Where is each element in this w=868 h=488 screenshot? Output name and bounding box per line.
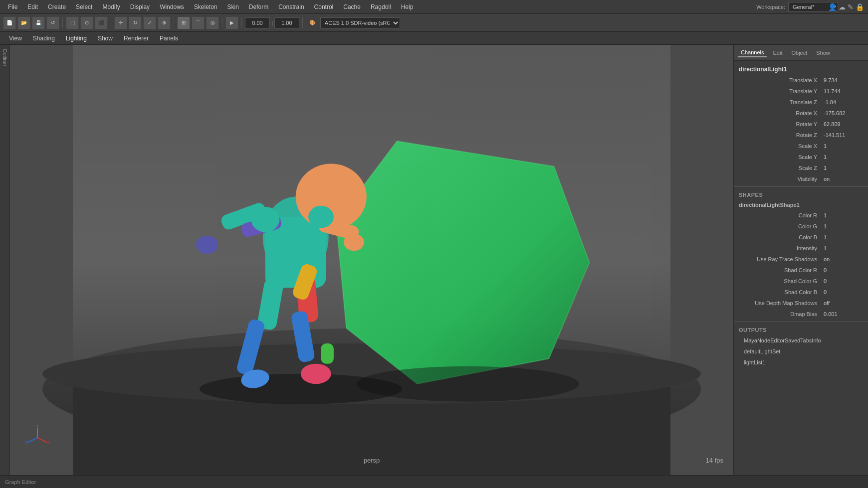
lighting-menu-btn[interactable]: Lighting — [61, 33, 92, 43]
renderer-menu-btn[interactable]: Renderer — [119, 33, 154, 43]
transform-row-7[interactable]: Scale Y 1 — [734, 152, 868, 163]
output-row-2[interactable]: lightList1 — [734, 357, 868, 368]
graph-editor-label[interactable]: Graph Editor — [5, 479, 36, 485]
render-btn[interactable]: ▶ — [225, 16, 238, 29]
rotate-z-value: -141.511 — [821, 132, 866, 138]
constrain-menu[interactable]: Constrain — [274, 2, 308, 12]
modify-menu[interactable]: Modify — [98, 2, 124, 12]
transform-row-0[interactable]: Translate X 9.734 — [734, 75, 868, 86]
shape-row-2[interactable]: Color B 1 — [734, 232, 868, 243]
svg-point-19 — [196, 236, 218, 254]
transform-row-6[interactable]: Scale X 1 — [734, 141, 868, 152]
display-menu[interactable]: Display — [126, 2, 154, 12]
shape-row-8[interactable]: Use Depth Map Shadows off — [734, 298, 868, 309]
use-depth-map-label: Use Depth Map Shadows — [736, 300, 821, 306]
shape-row-9[interactable]: Dmap Bias 0.001 — [734, 309, 868, 320]
transform-row-4[interactable]: Rotate Y 62.809 — [734, 119, 868, 130]
shad-color-g-value: 0 — [821, 278, 866, 284]
file-menu[interactable]: File — [4, 2, 21, 12]
shape-row-7[interactable]: Shad Color B 0 — [734, 287, 868, 298]
snap-point-btn[interactable]: ◎ — [206, 16, 219, 29]
shape-node-name: directionalLightShape1 — [734, 200, 868, 210]
rotate-x-value: -175.682 — [821, 110, 866, 116]
svg-marker-5 — [336, 141, 590, 384]
scale-z-value: 1 — [821, 165, 866, 171]
view-menu-btn[interactable]: View — [4, 33, 27, 43]
open-btn[interactable]: 📂 — [17, 16, 30, 29]
windows-menu[interactable]: Windows — [156, 2, 188, 12]
svg-text:X: X — [48, 440, 50, 445]
snap-grid-btn[interactable]: ⊞ — [177, 16, 190, 29]
object-tab[interactable]: Object — [788, 49, 810, 57]
show-tab[interactable]: Show — [813, 49, 833, 57]
transform-row-3[interactable]: Rotate X -175.682 — [734, 108, 868, 119]
ragdoll-menu[interactable]: Ragdoll — [367, 2, 395, 12]
value2-input[interactable] — [274, 17, 299, 28]
color-r-label: Color R — [736, 212, 821, 218]
new-scene-btn[interactable]: 📄 — [3, 16, 16, 29]
shape-row-1[interactable]: Color G 1 — [734, 221, 868, 232]
outputs-section-title: OUTPUTS — [734, 324, 868, 335]
select-menu[interactable]: Select — [72, 2, 96, 12]
deform-menu[interactable]: Deform — [245, 2, 272, 12]
shad-color-g-label: Shad Color G — [736, 278, 821, 284]
dmap-bias-value: 0.001 — [821, 311, 866, 317]
settings-icon[interactable]: ✎ — [848, 3, 854, 11]
skeleton-menu[interactable]: Skeleton — [190, 2, 221, 12]
transform-row-5[interactable]: Rotate Z -141.511 — [734, 130, 868, 141]
output-0-label: MayaNodeEditorSavedTabsInfo — [736, 337, 866, 343]
shad-color-b-label: Shad Color B — [736, 289, 821, 295]
output-row-0[interactable]: MayaNodeEditorSavedTabsInfo — [734, 335, 868, 346]
shad-color-r-value: 0 — [821, 267, 866, 273]
snap-curve-btn[interactable]: ⌒ — [192, 16, 205, 29]
cloud-icon[interactable]: ☁ — [839, 3, 846, 11]
shad-color-b-value: 0 — [821, 289, 866, 295]
cache-menu[interactable]: Cache — [339, 2, 365, 12]
channels-tab[interactable]: Channels — [738, 48, 767, 57]
select-tool-btn[interactable]: ⬚ — [66, 16, 79, 29]
move-tool-btn[interactable]: ✛ — [114, 16, 127, 29]
shape-row-5[interactable]: Shad Color R 0 — [734, 265, 868, 276]
translate-z-label: Translate Z — [736, 99, 821, 105]
rotate-tool-btn[interactable]: ↻ — [129, 16, 142, 29]
transform-row-2[interactable]: Translate Z -1.84 — [734, 97, 868, 108]
rotate-x-label: Rotate X — [736, 110, 821, 116]
transform-row-1[interactable]: Translate Y 11.744 — [734, 86, 868, 97]
value1-input[interactable] — [245, 17, 270, 28]
output-row-1[interactable]: defaultLightSet — [734, 346, 868, 357]
paint-sel-btn[interactable]: ⬛ — [95, 16, 108, 29]
help-menu[interactable]: Help — [397, 2, 418, 12]
scale-y-label: Scale Y — [736, 154, 821, 160]
shading-menu-btn[interactable]: Shading — [28, 33, 60, 43]
svg-point-7 — [357, 366, 580, 402]
lock-icon[interactable]: 🔒 — [856, 3, 864, 11]
user-icon[interactable]: 👤 — [828, 3, 837, 11]
save-btn[interactable]: 💾 — [32, 16, 45, 29]
edit-tab[interactable]: Edit — [770, 49, 785, 57]
shape-row-3[interactable]: Intensity 1 — [734, 243, 868, 254]
rotate-y-label: Rotate Y — [736, 121, 821, 127]
create-menu[interactable]: Create — [44, 2, 70, 12]
transform-row-8[interactable]: Scale Z 1 — [734, 163, 868, 173]
colorspace-select[interactable]: ACES 1.0 SDR-video (sRGB) — [320, 17, 400, 28]
outliner-label: Outliner — [1, 47, 8, 68]
visibility-value: on — [821, 176, 866, 182]
undo-btn[interactable]: ↺ — [46, 16, 59, 29]
show-menu-btn[interactable]: Show — [93, 33, 118, 43]
shape-row-0[interactable]: Color R 1 — [734, 210, 868, 221]
edit-menu[interactable]: Edit — [23, 2, 42, 12]
skin-menu[interactable]: Skin — [223, 2, 243, 12]
universal-manip-btn[interactable]: ⊕ — [158, 16, 171, 29]
lasso-btn[interactable]: ⊙ — [80, 16, 93, 29]
svg-text:Z: Z — [25, 440, 28, 445]
translate-z-value: -1.84 — [821, 99, 866, 105]
colorspace-icon: 🎨 — [306, 16, 319, 29]
panels-menu-btn[interactable]: Panels — [155, 33, 183, 43]
shape-row-4[interactable]: Use Ray Trace Shadows on — [734, 254, 868, 265]
transform-row-9[interactable]: Visibility on — [734, 173, 868, 184]
color-r-value: 1 — [821, 212, 866, 218]
scale-tool-btn[interactable]: ⤢ — [143, 16, 156, 29]
translate-y-label: Translate Y — [736, 88, 821, 94]
control-menu[interactable]: Control — [310, 2, 338, 12]
shape-row-6[interactable]: Shad Color G 0 — [734, 276, 868, 287]
